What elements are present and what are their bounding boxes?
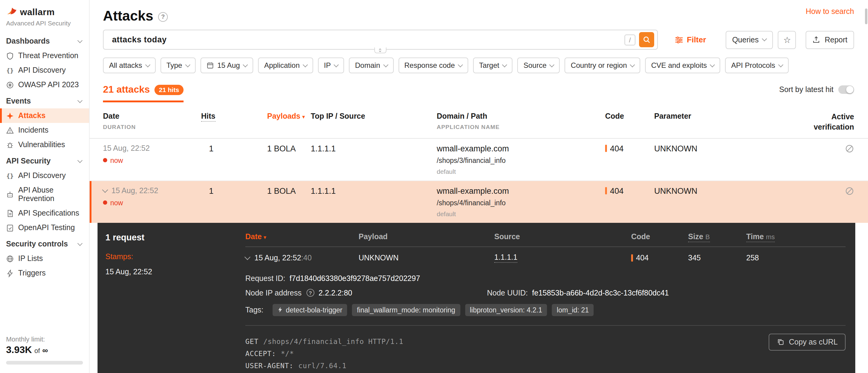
column-hits[interactable]: Hits xyxy=(201,112,267,121)
req-column-date[interactable]: Date▾ xyxy=(245,232,359,241)
sidebar-item-attacks[interactable]: Attacks xyxy=(0,108,89,123)
filter-chip-date[interactable]: 15 Aug xyxy=(200,58,253,73)
filter-chip-api-protocols[interactable]: API Protocols xyxy=(725,58,788,73)
column-code: Code xyxy=(605,112,654,121)
active-verification-cell[interactable] xyxy=(775,187,854,197)
status-code-indicator xyxy=(605,187,607,195)
globe-icon xyxy=(6,255,14,262)
filter-button[interactable]: Filter xyxy=(671,34,710,45)
request-id-row: Request ID: f7d1840d63380e3f9278ae757d20… xyxy=(245,274,845,283)
filter-chip-type[interactable]: Type xyxy=(160,58,195,73)
attacks-count: 21 attacks xyxy=(103,84,150,95)
search-input[interactable] xyxy=(111,34,624,45)
sidebar-item-api-specifications[interactable]: API Specifications xyxy=(0,206,89,220)
filter-chip-ip[interactable]: IP xyxy=(318,58,344,73)
search-resize-handle[interactable] xyxy=(374,47,386,53)
nav-section-dashboards[interactable]: Dashboards xyxy=(0,34,89,49)
infinity-icon: ∞ xyxy=(42,346,48,355)
braces-icon: {} xyxy=(6,67,14,73)
http-request-line: GET/shops/4/financial_info HTTP/1.1 xyxy=(245,337,845,346)
chevron-down-icon[interactable] xyxy=(102,187,108,193)
copy-as-curl-button[interactable]: Copy as cURL xyxy=(769,334,845,351)
column-application-name: APPLICATION NAME xyxy=(437,124,605,130)
logo[interactable]: wallarm xyxy=(0,6,89,17)
info-icon[interactable]: ? xyxy=(307,289,314,297)
main-content: Attacks ? How to search / Filter Queries xyxy=(90,0,868,373)
column-date: Date DURATION xyxy=(103,112,201,130)
sidebar-item-vulnerabilities[interactable]: Vulnerabilities xyxy=(0,137,89,152)
nav-section-security-controls[interactable]: Security controls xyxy=(0,237,89,251)
filter-chip-application[interactable]: Application xyxy=(258,58,313,73)
filter-chip-target[interactable]: Target xyxy=(473,58,513,73)
chevron-down-icon xyxy=(502,62,507,67)
sidebar-item-api-abuse-prevention[interactable]: API Abuse Prevention xyxy=(0,183,89,206)
logo-text: wallarm xyxy=(20,6,55,17)
filter-chip-response-code[interactable]: Response code xyxy=(398,58,468,73)
shield-icon xyxy=(6,52,14,60)
search-button[interactable] xyxy=(639,32,654,47)
request-row[interactable]: 15 Aug, 22:52:40 UNKNOWN 1.1.1.1 404 345… xyxy=(245,247,845,268)
sidebar-item-openapi-testing[interactable]: OpenAPI Testing xyxy=(0,220,89,235)
filter-chip-cve[interactable]: CVE and exploits xyxy=(645,58,720,73)
page-header: Attacks ? How to search xyxy=(90,0,868,25)
report-button[interactable]: Report xyxy=(806,31,854,49)
tag-detect-bola-trigger[interactable]: detect-bola-trigger xyxy=(273,304,347,316)
sidebar-item-threat-prevention[interactable]: Threat Prevention xyxy=(0,49,89,63)
warning-triangle-icon xyxy=(6,126,14,134)
chevron-down-icon xyxy=(145,62,150,67)
nav-section-api-security[interactable]: API Security xyxy=(0,154,89,168)
nav-section-events[interactable]: Events xyxy=(0,94,89,108)
attack-date-cell: 15 Aug, 22:52 now xyxy=(103,144,201,164)
sidebar-item-triggers[interactable]: Triggers xyxy=(0,266,89,280)
active-verification-cell[interactable] xyxy=(775,144,854,155)
stamp-value: 15 Aug, 22:52 xyxy=(105,268,245,276)
chevron-down-icon xyxy=(185,62,190,67)
attack-hits-cell: 1 xyxy=(201,144,267,153)
sidebar: wallarm Advanced API Security Dashboards… xyxy=(0,0,90,373)
filter-chip-source[interactable]: Source xyxy=(518,58,560,73)
chevron-down-icon[interactable] xyxy=(244,254,250,260)
tag-final-wallarm-mode[interactable]: final_wallarm_mode: monitoring xyxy=(352,304,460,316)
sidebar-item-owasp-api-2023[interactable]: OWASP API 2023 xyxy=(0,77,89,92)
http-header-user-agent: USER-AGENT:curl/7.64.1 xyxy=(245,362,845,370)
sidebar-item-incidents[interactable]: Incidents xyxy=(0,123,89,137)
braces-icon: {} xyxy=(6,172,14,179)
node-info-row: Node IP address ? 2.2.2.2:80 Node UUID: … xyxy=(245,289,845,297)
sidebar-item-api-discovery[interactable]: {} API Discovery xyxy=(0,63,89,77)
attack-row-1[interactable]: 15 Aug, 22:52 now 1 1 BOLA 1.1.1.1 wmall… xyxy=(90,139,868,181)
chevron-down-icon xyxy=(710,62,715,67)
filter-chip-country[interactable]: Country or region xyxy=(565,58,640,73)
sort-label: Sort by latest hit xyxy=(779,85,834,94)
req-column-code: Code xyxy=(631,232,688,241)
page-title: Attacks xyxy=(103,7,153,24)
column-payloads[interactable]: Payloads▾ xyxy=(267,112,311,121)
chevron-down-icon xyxy=(78,241,83,246)
filter-chip-domain[interactable]: Domain xyxy=(349,58,394,73)
attack-burst-icon xyxy=(6,112,14,120)
req-column-source: Source xyxy=(494,232,631,241)
req-column-time[interactable]: Time ms xyxy=(746,232,845,241)
favorite-button[interactable]: ☆ xyxy=(778,31,796,49)
chevron-down-icon xyxy=(334,62,339,67)
tag-lom-id[interactable]: lom_id: 21 xyxy=(552,304,594,316)
export-icon xyxy=(813,36,820,43)
verification-disabled-icon xyxy=(845,187,854,195)
sort-toggle[interactable] xyxy=(838,85,854,94)
attack-row-2-expanded[interactable]: 15 Aug, 22:52 now 1 1 BOLA 1.1.1.1 wmall… xyxy=(90,181,868,223)
request-source[interactable]: 1.1.1.1 xyxy=(494,253,517,263)
requests-count: 1 request xyxy=(105,232,245,242)
sidebar-item-ip-lists[interactable]: IP Lists xyxy=(0,251,89,266)
owasp-icon xyxy=(6,81,14,89)
help-icon[interactable]: ? xyxy=(158,12,168,22)
sidebar-item-api-discovery-2[interactable]: {} API Discovery xyxy=(0,168,89,183)
filter-chips: All attacks Type 15 Aug Application IP D… xyxy=(103,58,854,73)
lightning-icon xyxy=(277,307,283,313)
how-to-search-link[interactable]: How to search xyxy=(806,7,854,16)
scrollbar-thumb[interactable] xyxy=(865,8,867,24)
chevron-down-icon xyxy=(630,62,635,67)
sort-desc-icon: ▾ xyxy=(302,114,305,120)
tag-libproton-version[interactable]: libproton_version: 4.2.1 xyxy=(465,304,547,316)
queries-dropdown[interactable]: Queries xyxy=(725,31,773,49)
filter-chip-all-attacks[interactable]: All attacks xyxy=(103,58,155,73)
req-column-size[interactable]: Size B xyxy=(688,232,746,241)
